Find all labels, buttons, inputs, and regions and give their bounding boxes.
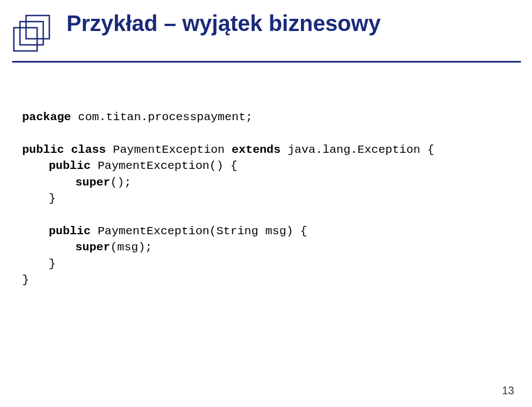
code-text: PaymentException() { [91, 159, 238, 172]
slide-title: Przykład – wyjątek biznesowy [66, 11, 381, 36]
overlapping-squares-icon [12, 13, 52, 53]
code-block: package com.titan.processpayment; public… [0, 63, 532, 288]
keyword-public: public [49, 225, 91, 238]
code-text: java.lang.Exception { [280, 143, 434, 156]
keyword-public-class: public class [22, 143, 106, 156]
keyword-extends: extends [232, 143, 280, 156]
code-brace: } [49, 192, 56, 205]
keyword-public: public [49, 159, 91, 172]
slide-header: Przykład – wyjątek biznesowy [0, 0, 532, 53]
code-brace: } [22, 274, 29, 286]
code-text: (msg); [110, 241, 152, 254]
keyword-package: package [22, 111, 71, 123]
code-text: PaymentException(String msg) { [91, 225, 308, 238]
page-number: 13 [502, 384, 514, 397]
code-text: (); [110, 176, 131, 189]
code-brace: } [49, 257, 56, 270]
keyword-super: super [75, 176, 110, 189]
code-text: com.titan.processpayment; [71, 111, 253, 123]
keyword-super: super [75, 241, 110, 254]
svg-rect-1 [20, 22, 43, 45]
code-text: PaymentException [106, 143, 232, 156]
